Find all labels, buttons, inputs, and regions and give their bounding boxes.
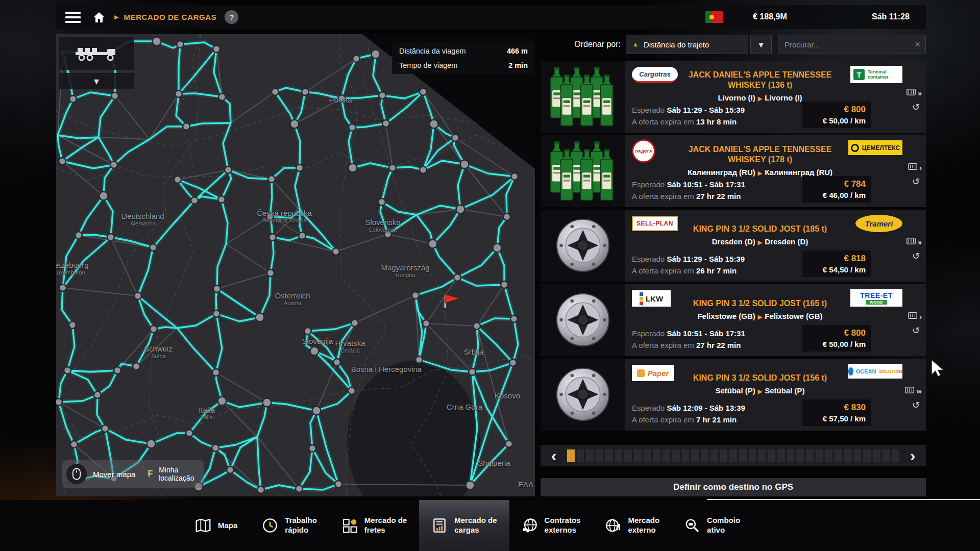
cargo-offer-card[interactable]: ЛАДОГА JACK DANIEL'S APPLE TENNESSEE WHI… [541,135,926,207]
pagination-segment[interactable] [710,449,718,462]
pagination-segment[interactable] [883,449,890,462]
vehicle-selector-expand-button[interactable]: ▾ [59,73,134,89]
nav-item-mapa[interactable]: Mapa [183,500,250,551]
pagination-segment[interactable] [844,449,852,462]
pagination-segment[interactable] [605,449,613,462]
pagination-segment[interactable] [577,449,584,462]
route-map[interactable] [56,34,535,496]
search-clear-icon[interactable]: × [915,39,920,50]
pagination-segment[interactable] [644,449,651,462]
nav-item-comboio-ativo[interactable]: Comboioativo [672,500,752,551]
urgency-chevrons: ››› [916,387,922,395]
nav-item-mercado-externo[interactable]: Mercadoexterno [593,500,672,551]
offer-rate: € 46,00 / km [807,191,866,199]
cargo-offer-card[interactable]: Cargotras JACK DANIEL'S APPLE TENNESSEE … [541,61,926,133]
urgency-chevrons: › [919,163,922,172]
return-trip-icon: ↺ [912,252,922,261]
route-arrow-icon: ▶ [755,170,765,176]
pagination-segment[interactable] [816,449,823,462]
cargo-image-kingpin [541,359,625,431]
pagination-segment[interactable] [787,449,795,462]
pagination-segment[interactable] [691,449,699,462]
pagination-segment[interactable] [892,449,899,462]
offer-title: JACK DANIEL'S APPLE TENNESSEE WHISKEY (1… [676,144,844,165]
pagination-next-button[interactable]: › [902,445,923,466]
pagination-segment[interactable] [863,449,871,462]
pagination-segment[interactable] [663,449,670,462]
offer-price: € 800 [807,328,866,338]
pagination-segment[interactable] [739,449,747,462]
urgency-chevrons: ›› [918,238,922,246]
expected-time: Sáb 11:29 - Sáb 15:39 [667,106,745,114]
sort-expand-button[interactable]: ▾ [750,35,772,54]
nav-item-contratos-externos[interactable]: Contratosexternos [509,500,593,551]
freight-market-icon [341,517,358,534]
pagination-segment[interactable] [672,449,680,462]
clock-icon [262,517,278,534]
offer-rate: € 54,50 / km [807,265,866,274]
menu-button[interactable] [65,9,81,26]
container-icon [908,163,917,172]
cargo-offer-card[interactable]: LKW KING PIN 3 1/2 SOLID JOST (165 t) Fe… [541,284,926,356]
expected-time: Sáb 11:29 - Sáb 15:39 [667,255,745,263]
pagination-segment[interactable] [768,449,775,462]
route-to: Felixstowe (GB) [765,312,822,320]
search-input[interactable] [783,40,915,49]
pagination-segment[interactable] [835,449,842,462]
pagination-segment[interactable] [729,449,737,462]
offer-title: KING PIN 3 1/2 SOLID JOST (156 t) [676,373,844,383]
container-icon [906,237,916,246]
offer-price-box: € 830 € 57,50 / km [802,399,871,426]
pagination-segment[interactable] [796,449,804,462]
offers-list: Cargotras JACK DANIEL'S APPLE TENNESSEE … [541,61,926,431]
cargo-offer-card[interactable]: SELL-PLAN KING PIN 3 1/2 SOLID JOST (185… [541,210,926,282]
pagination-segment[interactable] [720,449,728,462]
pagination-segment[interactable] [653,449,660,462]
offers-panel: Ordenar por: ▲ Distância do trajeto ▾ × … [541,34,926,496]
pagination-segment[interactable] [758,449,766,462]
pagination-track [567,449,899,462]
pagination-segment[interactable] [749,449,756,462]
pagination-segment[interactable] [615,449,623,462]
location-key-hint: F [148,469,153,479]
expected-label: Esperado [632,329,665,338]
pagination-segment[interactable] [624,449,632,462]
container-icon [908,312,917,321]
pagination-segment[interactable] [586,449,594,462]
pagination-prev-button[interactable]: ‹ [544,445,564,466]
sort-value: Distância do trajeto [644,40,709,49]
pagination-segment[interactable] [777,449,785,462]
pagination-segment[interactable] [825,449,832,462]
mouse-cursor [930,359,945,378]
nav-item-trabalho-rapido[interactable]: Trabalhorápido [250,500,329,551]
pagination-segment[interactable] [682,449,690,462]
pagination-segment[interactable] [854,449,862,462]
pagination-segment[interactable] [873,449,880,462]
external-contracts-icon [522,517,538,534]
pagination-segment[interactable] [567,449,575,462]
company-logo: LKW [632,290,671,307]
nav-item-mercado-de-fretes[interactable]: Mercado defretes [329,500,419,551]
pagination-segment[interactable] [701,449,708,462]
set-gps-destination-button[interactable]: Definir como destino no GPS [541,478,926,496]
pagination-segment[interactable] [634,449,642,462]
expected-time: Sáb 12:09 - Sáb 13:39 [667,404,745,412]
return-trip-icon: ↺ [912,177,922,186]
trip-time-label: Tempo de viagem [399,61,457,69]
offer-title: JACK DANIEL'S APPLE TENNESSEE WHISKEY (1… [676,70,844,90]
route-arrow-icon: ▶ [755,95,765,102]
expires-label: A oferta expira em [632,341,694,349]
home-button[interactable] [93,12,105,23]
pagination-segment[interactable] [806,449,814,462]
nav-item-mercado-de-cargas[interactable]: Mercado decargas [419,500,509,551]
breadcrumb: MERCADO DE CARGAS [124,13,216,21]
help-button[interactable]: ? [225,10,238,24]
cargo-image-bottles [541,61,625,133]
pagination-segment[interactable] [596,449,603,462]
offer-route: Калининград (RU)▶Калининград (RU) [676,168,844,177]
sort-by-label: Ordenar por: [574,40,621,49]
portugal-flag-icon [705,11,723,23]
sort-dropdown[interactable]: ▲ Distância do trajeto [626,35,748,54]
cargo-offer-card[interactable]: Paper KING PIN 3 1/2 SOLID JOST (156 t) … [541,359,926,431]
vehicle-selector-button[interactable] [59,37,134,70]
